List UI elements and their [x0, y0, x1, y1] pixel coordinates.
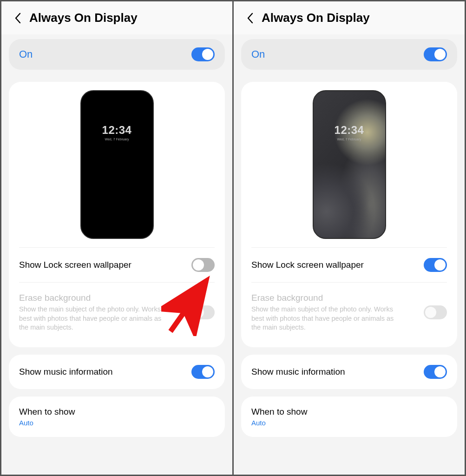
when-to-show-label: When to show — [19, 407, 75, 417]
master-toggle[interactable] — [424, 47, 447, 61]
erase-background-label: Erase background — [19, 293, 172, 303]
when-card: When to show Auto — [241, 397, 457, 437]
music-card: Show music information — [9, 355, 225, 389]
show-music-toggle[interactable] — [191, 365, 215, 379]
when-to-show-value: Auto — [19, 419, 75, 427]
show-music-toggle[interactable] — [424, 365, 447, 379]
header: Always On Display — [234, 1, 465, 34]
show-wallpaper-row[interactable]: Show Lock screen wallpaper — [19, 248, 215, 283]
when-to-show-value: Auto — [251, 419, 307, 427]
preview-clock: 12:34 — [335, 124, 364, 137]
back-icon[interactable] — [247, 13, 253, 24]
show-wallpaper-row[interactable]: Show Lock screen wallpaper — [251, 248, 447, 283]
erase-background-row: Erase background Show the main subject o… — [19, 283, 215, 343]
header: Always On Display — [1, 1, 232, 34]
when-to-show-row[interactable]: When to show Auto — [251, 397, 447, 437]
pane-right: Always On Display On 12:34 Wed, 7 Februa… — [234, 1, 465, 475]
show-music-label: Show music information — [19, 367, 113, 377]
back-icon[interactable] — [14, 13, 21, 24]
show-music-row[interactable]: Show music information — [19, 355, 215, 389]
show-music-row[interactable]: Show music information — [251, 355, 447, 389]
when-card: When to show Auto — [9, 397, 225, 437]
when-to-show-row[interactable]: When to show Auto — [19, 397, 215, 437]
preview-clock: 12:34 — [102, 124, 132, 137]
erase-background-desc: Show the main subject of the photo only.… — [19, 305, 172, 332]
preview-date: Wed, 7 February — [337, 138, 361, 141]
preview-card: 12:34 Wed, 7 February Show Lock screen w… — [9, 82, 225, 347]
page-title: Always On Display — [29, 11, 138, 25]
erase-background-row: Erase background Show the main subject o… — [251, 283, 447, 343]
master-toggle[interactable] — [191, 47, 215, 61]
erase-background-label: Erase background — [251, 293, 405, 303]
erase-background-toggle — [191, 305, 215, 319]
aod-preview[interactable]: 12:34 Wed, 7 February — [80, 90, 154, 239]
master-toggle-row[interactable]: On — [241, 39, 457, 70]
aod-preview[interactable]: 12:34 Wed, 7 February — [313, 90, 386, 239]
show-wallpaper-toggle[interactable] — [424, 258, 447, 272]
erase-background-desc: Show the main subject of the photo only.… — [251, 305, 405, 332]
show-wallpaper-toggle[interactable] — [191, 258, 215, 272]
erase-background-toggle — [424, 305, 447, 319]
when-to-show-label: When to show — [251, 407, 307, 417]
master-toggle-row[interactable]: On — [9, 39, 225, 70]
music-card: Show music information — [241, 355, 457, 389]
page-title: Always On Display — [262, 11, 370, 25]
show-wallpaper-label: Show Lock screen wallpaper — [251, 260, 364, 270]
show-wallpaper-label: Show Lock screen wallpaper — [19, 260, 131, 270]
master-toggle-label: On — [251, 48, 265, 60]
pane-left: Always On Display On 12:34 Wed, 7 Februa… — [1, 1, 232, 475]
master-toggle-label: On — [19, 48, 33, 60]
preview-card: 12:34 Wed, 7 February Show Lock screen w… — [241, 82, 457, 347]
show-music-label: Show music information — [251, 367, 345, 377]
preview-date: Wed, 7 February — [105, 138, 129, 141]
